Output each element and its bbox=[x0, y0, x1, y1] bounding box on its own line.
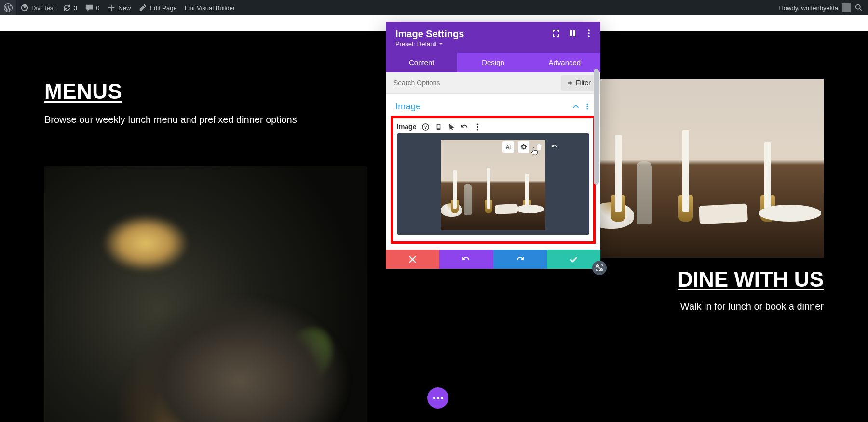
chevron-up-icon[interactable] bbox=[572, 103, 579, 110]
cursor-pointer-icon bbox=[530, 147, 539, 158]
howdy-text[interactable]: Howdy, writtenbyekta bbox=[779, 4, 838, 12]
caret-down-icon bbox=[439, 42, 443, 46]
comment-icon bbox=[85, 3, 94, 12]
right-column: DINE WITH US Walk in for lunch or book a… bbox=[588, 79, 824, 312]
undo-icon[interactable] bbox=[461, 123, 468, 131]
svg-rect-9 bbox=[438, 124, 440, 128]
help-icon[interactable]: ? bbox=[422, 123, 429, 131]
modal-footer bbox=[386, 250, 600, 269]
svg-line-13 bbox=[597, 265, 602, 270]
image-preview[interactable]: AI bbox=[397, 133, 589, 235]
updates-link[interactable]: 3 bbox=[59, 0, 81, 15]
image-field-row: Image ? bbox=[397, 119, 589, 133]
undo-button[interactable] bbox=[439, 250, 493, 269]
check-icon bbox=[570, 255, 578, 264]
builder-fab[interactable] bbox=[427, 387, 448, 409]
svg-point-1 bbox=[588, 32, 590, 34]
search-icon[interactable] bbox=[854, 3, 863, 12]
svg-point-10 bbox=[477, 123, 478, 125]
cursor-icon[interactable] bbox=[448, 123, 455, 131]
pencil-icon bbox=[138, 3, 147, 12]
ai-button[interactable]: AI bbox=[502, 141, 514, 153]
close-icon bbox=[408, 255, 417, 264]
wordpress-icon bbox=[4, 3, 13, 12]
dots-icon bbox=[433, 397, 443, 399]
gauge-icon bbox=[20, 3, 29, 12]
resize-icon bbox=[596, 264, 603, 272]
kebab-icon[interactable] bbox=[584, 103, 591, 110]
snap-icon[interactable] bbox=[569, 29, 576, 37]
tab-content[interactable]: Content bbox=[386, 53, 457, 72]
avatar[interactable] bbox=[842, 3, 851, 12]
exit-visual-builder-link[interactable]: Exit Visual Builder bbox=[181, 0, 239, 15]
menus-text: Browse our weekly lunch menu and prefixe… bbox=[44, 114, 358, 125]
menus-heading: MENUS bbox=[44, 79, 358, 104]
preset-selector[interactable]: Preset: Default bbox=[395, 40, 591, 48]
highlight-box: Image ? AI bbox=[391, 116, 596, 244]
modal-header[interactable]: Image Settings Preset: Default bbox=[386, 22, 600, 53]
tab-advanced[interactable]: Advanced bbox=[529, 53, 600, 72]
left-column: MENUS Browse our weekly lunch menu and p… bbox=[44, 79, 358, 125]
image-field-label: Image bbox=[397, 123, 416, 131]
gear-icon bbox=[520, 144, 527, 150]
refresh-icon bbox=[63, 3, 71, 12]
kebab-icon[interactable] bbox=[585, 29, 593, 37]
redo-icon bbox=[516, 255, 524, 264]
image-thumbnail bbox=[441, 140, 545, 230]
svg-point-5 bbox=[586, 108, 588, 109]
svg-point-11 bbox=[477, 126, 478, 127]
svg-text:?: ? bbox=[424, 125, 427, 130]
dine-text: Walk in for lunch or book a dinner bbox=[588, 301, 824, 312]
dine-heading: DINE WITH US bbox=[588, 267, 824, 291]
expand-icon[interactable] bbox=[552, 29, 560, 37]
menus-image[interactable] bbox=[44, 166, 367, 422]
gear-button[interactable] bbox=[518, 141, 529, 153]
wp-admin-bar: Divi Test 3 0 New Edit Page Exit Visual … bbox=[0, 0, 868, 15]
filter-button[interactable]: Filter bbox=[561, 75, 597, 91]
cancel-button[interactable] bbox=[386, 250, 439, 269]
tab-design[interactable]: Design bbox=[457, 53, 529, 72]
undo-icon bbox=[551, 144, 558, 150]
plus-icon bbox=[568, 80, 573, 86]
phone-icon[interactable] bbox=[435, 123, 442, 131]
scrollbar[interactable] bbox=[593, 69, 599, 247]
kebab-icon[interactable] bbox=[474, 123, 481, 131]
site-name-link[interactable]: Divi Test bbox=[16, 0, 59, 15]
resize-handle[interactable] bbox=[592, 261, 607, 275]
wp-logo[interactable] bbox=[0, 0, 16, 15]
svg-point-3 bbox=[586, 103, 588, 105]
search-input[interactable] bbox=[386, 73, 558, 93]
svg-point-0 bbox=[588, 29, 590, 31]
svg-point-4 bbox=[586, 106, 588, 107]
reset-button[interactable] bbox=[549, 141, 560, 153]
edit-page-link[interactable]: Edit Page bbox=[135, 0, 180, 15]
modal-tabs: Content Design Advanced bbox=[386, 53, 600, 72]
comments-link[interactable]: 0 bbox=[81, 0, 103, 15]
svg-point-12 bbox=[477, 129, 478, 130]
svg-point-2 bbox=[588, 35, 590, 37]
image-settings-modal: Image Settings Preset: Default Content D… bbox=[386, 22, 600, 269]
section-title[interactable]: Image bbox=[395, 101, 421, 112]
redo-button[interactable] bbox=[493, 250, 547, 269]
undo-icon bbox=[462, 255, 470, 264]
search-row: Filter bbox=[386, 72, 600, 94]
new-link[interactable]: New bbox=[103, 0, 135, 15]
image-section: Image bbox=[386, 94, 600, 112]
plus-icon bbox=[107, 3, 116, 12]
